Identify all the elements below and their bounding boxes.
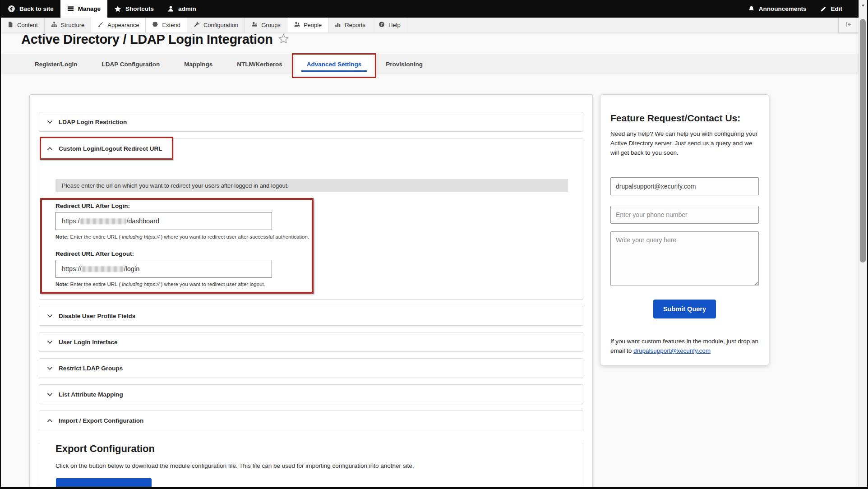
tab-ntlm-kerberos[interactable]: NTLM/Kerberos [225,54,295,74]
accordion-restrict-ldap-groups[interactable]: Restrict LDAP Groups [39,358,583,378]
tab-label: Provisioning [386,61,423,68]
accordion-user-login-interface[interactable]: User Login Interface [39,332,583,352]
back-to-site-button[interactable]: Back to site [1,0,60,18]
username-label: admin [178,5,196,12]
hamburger-icon [67,5,74,12]
redirect-logout-note: Note: Enter the entire URL ( including h… [55,281,265,287]
redirect-login-label: Redirect URL After Login: [55,203,130,209]
svg-text:?: ? [380,22,383,27]
menu-item-people[interactable]: People [287,18,328,32]
accordion-label: Disable User Profile Fields [59,313,135,319]
chevron-up-icon [47,419,53,423]
chevron-up-icon [47,147,53,151]
menu-label: Configuration [203,22,238,28]
page-title: Active Directory / LDAP Login Integratio… [21,32,273,47]
bar-chart-icon [335,21,341,29]
accordion-custom-redirect-header[interactable]: Custom Login/Logout Redirect URL [39,138,583,158]
menu-item-extend[interactable]: Extend [146,18,187,32]
manage-tab[interactable]: Manage [60,0,107,18]
contact-email-field[interactable] [610,177,759,195]
active-tab-underline [301,70,367,72]
support-email-link[interactable]: drupalsupport@xecurify.com [633,347,711,354]
menu-item-groups[interactable]: Groups [245,18,287,32]
edit-label: Edit [831,5,843,12]
redirect-logout-label: Redirect URL After Logout: [55,250,134,257]
settings-panel: LDAP Login Restriction Custom Login/Logo… [29,94,593,489]
note-text: ) where you want to redirect user after … [159,234,309,240]
toolbar-collapse-button[interactable] [838,18,859,32]
chevron-down-icon [47,120,53,124]
people-icon [294,21,300,29]
menu-item-reports[interactable]: Reports [328,18,372,32]
menu-item-content[interactable]: Content [1,18,45,32]
contact-description: Need any help? We can help you with conf… [610,129,759,157]
menu-label: Groups [261,22,281,28]
edit-button[interactable]: Edit [813,0,850,18]
redacted-domain [80,218,126,224]
user-menu[interactable]: admin [161,0,203,18]
pencil-icon [820,5,827,12]
accordion-custom-redirect-expanded: Custom Login/Logout Redirect URL Please … [39,138,583,300]
accordion-label: LDAP Login Restriction [59,119,127,125]
menu-item-appearance[interactable]: Appearance [91,18,146,32]
tab-label: NTLM/Kerberos [237,61,282,68]
scrollbar-thumb[interactable] [860,19,866,263]
accordion-import-export-header[interactable]: Import / Export Configuration [39,411,583,430]
redirect-login-input[interactable]: https://dashboard [55,212,272,230]
toolbar-right-group: Announcements Edit [741,0,867,18]
tab-label: Register/Login [35,61,78,68]
scroll-up-arrow[interactable]: ▲ [859,3,867,7]
sitemap-icon [51,21,57,29]
accordion-disable-user-profile-fields[interactable]: Disable User Profile Fields [39,306,583,326]
submit-query-button[interactable]: Submit Query [653,300,716,318]
star-icon [114,5,121,13]
tab-ldap-configuration[interactable]: LDAP Configuration [90,54,172,74]
back-to-site-label: Back to site [19,5,54,12]
announcements-button[interactable]: Announcements [741,0,813,18]
url-suffix: /dashboard [127,217,160,225]
contact-phone-field[interactable] [610,206,759,224]
download-configuration-button[interactable] [56,478,152,489]
menu-item-structure[interactable]: Structure [45,18,92,32]
bell-icon [748,5,755,13]
tab-advanced-settings[interactable]: Advanced Settings [295,54,374,74]
redirect-notice: Please enter the url on which you want t… [55,179,568,192]
tab-mappings[interactable]: Mappings [172,54,225,74]
tab-label: Advanced Settings [307,61,362,68]
url-prefix: https:/ [62,217,80,225]
announcements-label: Announcements [759,5,807,12]
accordion-import-export-expanded: Import / Export Configuration Export Con… [39,411,583,489]
accordion-list-attribute-mapping[interactable]: List Attribute Mapping [39,384,583,404]
shortcuts-label: Shortcuts [125,5,154,12]
redirect-logout-input[interactable]: https:///login [55,260,272,278]
menu-item-configuration[interactable]: Configuration [187,18,245,32]
accordion-ldap-login-restriction[interactable]: LDAP Login Restriction [39,112,583,132]
chevron-down-icon [47,340,53,344]
tab-label: Mappings [184,61,212,68]
menu-item-help[interactable]: ? Help [372,18,407,32]
note-bold: Note: [55,281,69,287]
menu-label: Appearance [107,22,139,28]
vertical-scrollbar[interactable]: ▲ [859,0,867,487]
note-text: Enter the entire URL ( [69,281,122,287]
menu-label: Content [17,22,38,28]
file-icon [7,21,14,29]
export-configuration-heading: Export Configuration [55,443,583,455]
tab-register-login[interactable]: Register/Login [23,54,90,74]
shortcuts-button[interactable]: Shortcuts [107,0,161,18]
tab-provisioning[interactable]: Provisioning [374,54,435,74]
menu-label: People [304,22,322,28]
import-export-content: Export Configuration Click on the button… [39,443,583,489]
accordion-label: Import / Export Configuration [59,417,143,424]
contact-panel: Feature Request/Contact Us: Need any hel… [600,94,769,365]
wrench-icon [194,21,200,29]
note-italic: including https:// [122,234,159,240]
contact-footer: If you want custom features in the modul… [610,337,759,355]
contact-query-textarea[interactable] [610,231,759,286]
paintbrush-icon [97,21,104,29]
redirect-login-note: Note: Enter the entire URL ( including h… [55,234,309,240]
accordion-label: User Login Interface [59,339,118,346]
puzzle-icon [152,21,158,29]
favorite-star-icon[interactable] [278,33,289,46]
chevron-down-icon [47,314,53,318]
